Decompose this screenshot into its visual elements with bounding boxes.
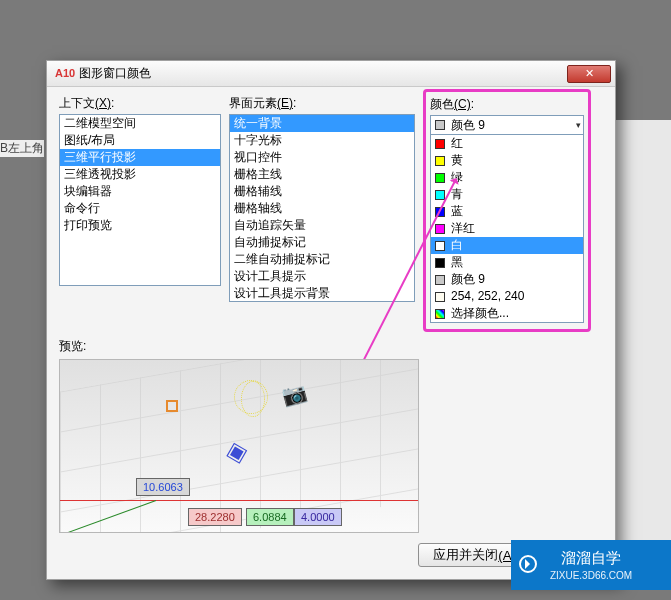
color-menu-item[interactable]: 白 (431, 237, 583, 254)
watermark: 溜溜自学 ZIXUE.3D66.COM (511, 540, 671, 590)
color-menu-label: 青 (451, 187, 579, 202)
color-menu-label: 黑 (451, 255, 579, 270)
color-menu-item[interactable]: 红 (431, 135, 583, 152)
element-listbox[interactable]: 统一背景十字光标视口控件栅格主线栅格辅线栅格轴线自动追踪矢量自动捕捉标记二维自动… (229, 114, 415, 302)
dialog-title: 图形窗口颜色 (79, 65, 567, 82)
close-button[interactable]: ✕ (567, 65, 611, 83)
color-menu-label: 蓝 (451, 204, 579, 219)
color-highlight-frame: 颜色(C): 颜色 9 ▾ 红黄绿青蓝洋红白黑颜色 9254, 252, 240… (423, 89, 591, 332)
color-swatch-icon (435, 190, 445, 200)
color-menu-label: 黄 (451, 153, 579, 168)
color-combobox-value: 颜色 9 (451, 117, 485, 134)
color-swatch-icon (435, 224, 445, 234)
element-item[interactable]: 自动追踪矢量 (230, 217, 414, 234)
color-swatch-icon (435, 258, 445, 268)
color-menu-item[interactable]: 颜色 9 (431, 271, 583, 288)
element-item[interactable]: 二维自动捕捉标记 (230, 251, 414, 268)
element-item[interactable]: 自动捕捉标记 (230, 234, 414, 251)
titlebar[interactable]: A10 图形窗口颜色 ✕ (47, 61, 615, 87)
preview-panel: 📷 ▣ 10.6063 28.2280 6.0884 4.0000 (59, 359, 419, 533)
context-label: 上下文(X): (59, 95, 221, 112)
preview-value-2: 28.2280 (188, 508, 242, 526)
color-menu-item[interactable]: 254, 252, 240 (431, 288, 583, 305)
element-item[interactable]: 十字光标 (230, 132, 414, 149)
color-menu-item[interactable]: 黄 (431, 152, 583, 169)
element-item[interactable]: 栅格辅线 (230, 183, 414, 200)
context-item[interactable]: 二维模型空间 (60, 115, 220, 132)
color-label: 颜色(C): (430, 96, 584, 113)
context-item[interactable]: 三维透视投影 (60, 166, 220, 183)
context-listbox[interactable]: 二维模型空间图纸/布局三维平行投影三维透视投影块编辑器命令行打印预览 (59, 114, 221, 286)
preview-value-4: 4.0000 (294, 508, 342, 526)
color-column: 颜色(C): 颜色 9 ▾ 红黄绿青蓝洋红白黑颜色 9254, 252, 240… (423, 95, 591, 332)
color-swatch-icon (435, 139, 445, 149)
preview-marker-icon (166, 400, 178, 412)
close-icon: ✕ (585, 67, 594, 80)
element-item[interactable]: 栅格轴线 (230, 200, 414, 217)
color-menu-label: 254, 252, 240 (451, 289, 579, 304)
context-column: 上下文(X): 二维模型空间图纸/布局三维平行投影三维透视投影块编辑器命令行打印… (59, 95, 221, 332)
element-item[interactable]: 设计工具提示 (230, 268, 414, 285)
watermark-url: ZIXUE.3D66.COM (550, 570, 632, 581)
element-item[interactable]: 视口控件 (230, 149, 414, 166)
color-swatch-icon (435, 120, 445, 130)
watermark-name: 溜溜自学 (561, 549, 621, 568)
context-item[interactable]: 图纸/布局 (60, 132, 220, 149)
drawing-window-color-dialog: A10 图形窗口颜色 ✕ 上下文(X): 二维模型空间图纸/布局三维平行投影三维… (46, 60, 616, 580)
preview-value-3: 6.0884 (246, 508, 294, 526)
color-menu-item[interactable]: 黑 (431, 254, 583, 271)
color-menu-label: 洋红 (451, 221, 579, 236)
color-swatch-icon (435, 173, 445, 183)
context-item[interactable]: 打印预览 (60, 217, 220, 234)
preview-sphere-icon (234, 380, 268, 414)
preview-value-1: 10.6063 (136, 478, 190, 496)
color-menu-label: 颜色 9 (451, 272, 579, 287)
color-menu-item[interactable]: 青 (431, 186, 583, 203)
color-swatch-icon (435, 156, 445, 166)
color-combobox[interactable]: 颜色 9 ▾ (430, 115, 584, 135)
color-menu-label: 白 (451, 238, 579, 253)
context-item[interactable]: 命令行 (60, 200, 220, 217)
color-menu-item[interactable]: 蓝 (431, 203, 583, 220)
app-icon: A10 (55, 67, 73, 81)
color-menu-label: 选择颜色... (451, 306, 579, 321)
color-dropdown-menu[interactable]: 红黄绿青蓝洋红白黑颜色 9254, 252, 240选择颜色... (430, 135, 584, 323)
preview-x-axis-icon (60, 500, 418, 501)
play-icon (519, 555, 537, 573)
element-column: 界面元素(E): 统一背景十字光标视口控件栅格主线栅格辅线栅格轴线自动追踪矢量自… (229, 95, 415, 332)
element-item[interactable]: 栅格主线 (230, 166, 414, 183)
element-item[interactable]: 设计工具提示背景 (230, 285, 414, 302)
background-panel (615, 120, 671, 550)
color-swatch-icon (435, 241, 445, 251)
element-label: 界面元素(E): (229, 95, 415, 112)
color-menu-item[interactable]: 洋红 (431, 220, 583, 237)
element-item[interactable]: 统一背景 (230, 115, 414, 132)
background-text: B左上角 (0, 140, 44, 157)
color-menu-label: 绿 (451, 170, 579, 185)
color-swatch-icon (435, 309, 445, 319)
context-item[interactable]: 块编辑器 (60, 183, 220, 200)
preview-label: 预览: (59, 338, 603, 355)
chevron-down-icon: ▾ (576, 120, 581, 130)
context-item[interactable]: 三维平行投影 (60, 149, 220, 166)
color-menu-label: 红 (451, 136, 579, 151)
color-swatch-icon (435, 275, 445, 285)
color-menu-item[interactable]: 选择颜色... (431, 305, 583, 322)
color-swatch-icon (435, 292, 445, 302)
